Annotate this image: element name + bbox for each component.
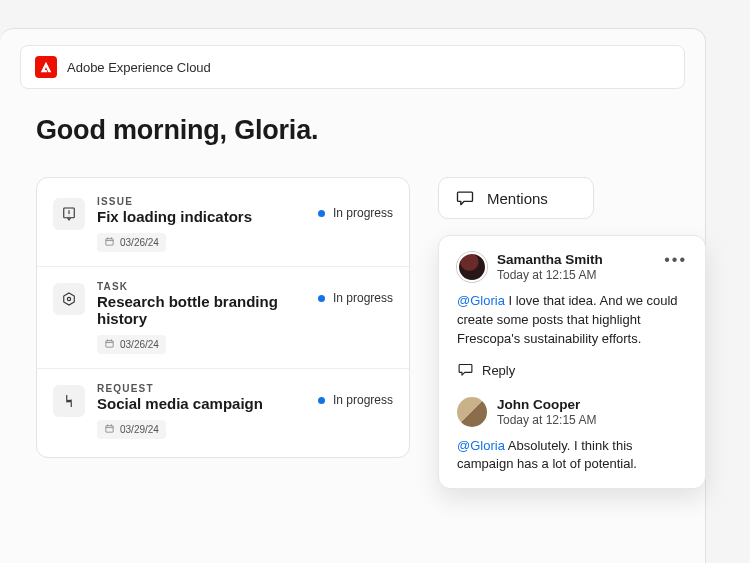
status-label: In progress — [333, 206, 393, 220]
work-item-date: 03/29/24 — [120, 424, 159, 435]
status-dot-icon — [318, 397, 325, 404]
status-dot-icon — [318, 210, 325, 217]
status-label: In progress — [333, 393, 393, 407]
work-item-meta: 03/29/24 — [97, 420, 306, 439]
work-item-kind: ISSUE — [97, 196, 306, 207]
svg-marker-7 — [64, 293, 75, 305]
work-item-title: Social media campaign — [97, 395, 306, 412]
avatar[interactable] — [457, 252, 487, 282]
date-chip: 03/26/24 — [97, 233, 166, 252]
task-icon — [53, 283, 85, 315]
top-bar: Adobe Experience Cloud — [20, 45, 685, 89]
calendar-icon — [104, 236, 115, 249]
work-item-body: TASKResearch bottle branding history03/2… — [97, 281, 306, 354]
reply-label: Reply — [482, 363, 515, 378]
mention-author-block: Samantha SmithToday at 12:15 AM — [497, 252, 603, 282]
work-item-kind: REQUEST — [97, 383, 306, 394]
work-item[interactable]: TASKResearch bottle branding history03/2… — [37, 267, 409, 369]
more-icon[interactable]: ••• — [664, 252, 687, 268]
chat-bubble-icon — [455, 188, 475, 208]
adobe-logo-icon — [35, 56, 57, 78]
svg-rect-9 — [106, 341, 113, 347]
date-chip: 03/26/24 — [97, 335, 166, 354]
mention-body: @Gloria I love that idea. And we could c… — [457, 292, 687, 349]
work-item-title: Research bottle branding history — [97, 293, 306, 327]
work-item-title: Fix loading indicators — [97, 208, 306, 225]
mentions-column: Mentions Samantha SmithToday at 12:15 AM… — [438, 177, 685, 563]
svg-rect-13 — [106, 426, 113, 432]
svg-point-8 — [67, 297, 70, 300]
request-icon — [53, 385, 85, 417]
status: In progress — [318, 393, 393, 407]
mention-item: Samantha SmithToday at 12:15 AM•••@Glori… — [457, 252, 687, 381]
mention-item: John CooperToday at 12:15 AM@Gloria Abso… — [457, 397, 687, 475]
mention-at[interactable]: @Gloria — [457, 438, 505, 453]
mentions-card: Samantha SmithToday at 12:15 AM•••@Glori… — [438, 235, 706, 489]
mention-author-block: John CooperToday at 12:15 AM — [497, 397, 596, 427]
content-area: ISSUEFix loading indicators03/26/24In pr… — [36, 177, 685, 563]
mention-header: John CooperToday at 12:15 AM — [457, 397, 687, 427]
mention-time: Today at 12:15 AM — [497, 413, 596, 427]
calendar-icon — [104, 338, 115, 351]
work-item[interactable]: REQUESTSocial media campaign03/29/24In p… — [37, 369, 409, 453]
work-item-date: 03/26/24 — [120, 339, 159, 350]
mention-body: @Gloria Absolutely. I think this campaig… — [457, 437, 687, 475]
work-item-body: ISSUEFix loading indicators03/26/24 — [97, 196, 306, 252]
chat-bubble-icon — [457, 361, 474, 381]
mention-author: Samantha Smith — [497, 252, 603, 267]
work-items-card: ISSUEFix loading indicators03/26/24In pr… — [36, 177, 410, 458]
mention-time: Today at 12:15 AM — [497, 268, 603, 282]
reply-button[interactable]: Reply — [457, 361, 687, 381]
work-item-body: REQUESTSocial media campaign03/29/24 — [97, 383, 306, 439]
date-chip: 03/29/24 — [97, 420, 166, 439]
issue-icon — [53, 198, 85, 230]
mentions-header[interactable]: Mentions — [438, 177, 594, 219]
app-frame: Adobe Experience Cloud Good morning, Glo… — [0, 28, 706, 563]
page-title: Good morning, Gloria. — [36, 115, 705, 146]
work-item-date: 03/26/24 — [120, 237, 159, 248]
mentions-label: Mentions — [487, 190, 548, 207]
status: In progress — [318, 291, 393, 305]
work-item[interactable]: ISSUEFix loading indicators03/26/24In pr… — [37, 182, 409, 267]
svg-point-2 — [69, 215, 70, 216]
work-item-meta: 03/26/24 — [97, 233, 306, 252]
mention-header: Samantha SmithToday at 12:15 AM••• — [457, 252, 687, 282]
work-item-meta: 03/26/24 — [97, 335, 306, 354]
avatar[interactable] — [457, 397, 487, 427]
product-name: Adobe Experience Cloud — [67, 60, 211, 75]
mention-at[interactable]: @Gloria — [457, 293, 505, 308]
calendar-icon — [104, 423, 115, 436]
status: In progress — [318, 206, 393, 220]
mention-author: John Cooper — [497, 397, 596, 412]
status-dot-icon — [318, 295, 325, 302]
work-item-kind: TASK — [97, 281, 306, 292]
status-label: In progress — [333, 291, 393, 305]
svg-rect-3 — [106, 239, 113, 245]
